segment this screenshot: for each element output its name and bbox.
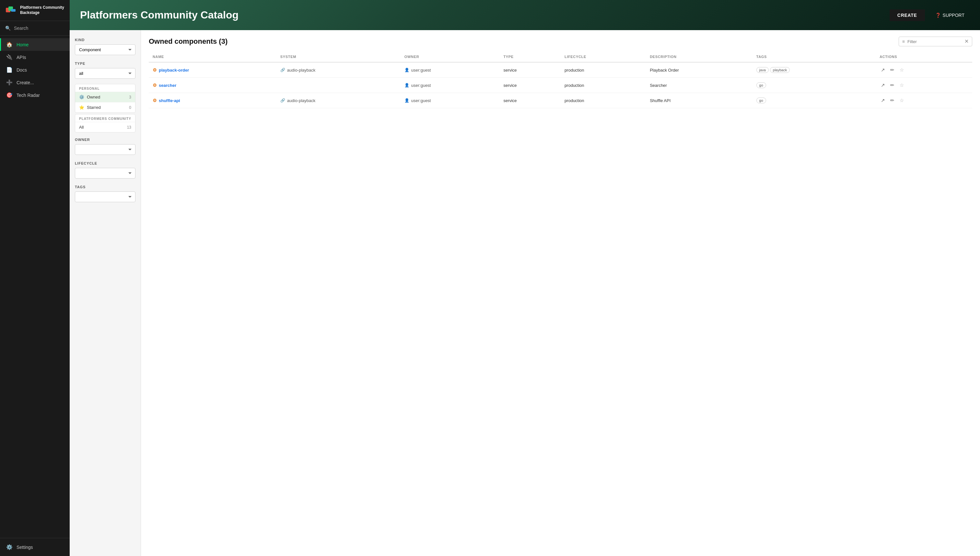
starred-label: Starred: [87, 105, 101, 110]
owner-icon: 👤: [404, 98, 409, 103]
lifecycle-select[interactable]: [75, 168, 136, 179]
tags-cell: go: [752, 93, 876, 108]
sidebar-item-home-label: Home: [16, 42, 29, 47]
sidebar-item-settings[interactable]: ⚙️ Settings: [0, 541, 70, 553]
sidebar-item-settings-label: Settings: [16, 545, 33, 550]
sidebar: Platformers Community Backstage 🔍 Search…: [0, 0, 70, 556]
owner-icon: 👤: [404, 68, 409, 72]
docs-icon: 📄: [6, 67, 13, 73]
star-button[interactable]: ☆: [898, 82, 905, 89]
open-button[interactable]: ↗: [880, 82, 886, 89]
owned-label: Owned: [87, 95, 100, 99]
sidebar-item-create-label: Create...: [16, 80, 34, 85]
owner-icon: 👤: [404, 83, 409, 87]
owner-label: OWNER: [75, 138, 136, 142]
star-button[interactable]: ☆: [898, 97, 905, 104]
filter-all[interactable]: All 13: [75, 122, 135, 132]
sidebar-item-apis-label: APIs: [16, 55, 26, 60]
create-button[interactable]: CREATE: [889, 10, 925, 21]
all-label: All: [79, 125, 84, 129]
filter-clear-button[interactable]: ✕: [964, 39, 969, 44]
kind-label: Kind: [75, 38, 136, 42]
sidebar-bottom: ⚙️ Settings: [0, 538, 70, 556]
sidebar-item-create[interactable]: ➕ Create...: [0, 76, 70, 89]
sidebar-item-apis[interactable]: 🔌 APIs: [0, 51, 70, 63]
type-label: Type: [75, 61, 136, 65]
lifecycle-cell: production: [561, 93, 646, 108]
tag-badge: go: [757, 97, 766, 103]
filter-icon: ≡: [902, 39, 905, 44]
owned-count: 3: [129, 95, 131, 99]
type-select[interactable]: all service website library: [75, 68, 136, 79]
table-row: ⚙ shuffle-api 🔗audio-playback 👤 user:gue…: [149, 93, 972, 108]
owner-name: user:guest: [411, 68, 431, 73]
type-cell: service: [500, 78, 560, 93]
tags-cell: go: [752, 78, 876, 93]
system-icon: 🔗: [280, 98, 285, 103]
edit-button[interactable]: ✏: [889, 66, 896, 74]
sidebar-item-home[interactable]: 🏠 Home: [0, 38, 70, 51]
col-type: TYPE: [500, 52, 560, 62]
system-name: audio-playback: [287, 68, 315, 73]
tag-badge: java: [757, 67, 769, 73]
tags-select[interactable]: [75, 191, 136, 202]
type-cell: service: [500, 62, 560, 78]
component-icon: ⚙: [153, 82, 157, 88]
tag-badge: playback: [770, 67, 790, 73]
description-cell: Playback Order: [646, 62, 752, 78]
tags-label: TAGS: [75, 185, 136, 189]
sidebar-logo: Platformers Community Backstage: [0, 0, 70, 21]
sidebar-item-tech-radar[interactable]: 🎯 Tech Radar: [0, 89, 70, 102]
col-name: NAME: [149, 52, 277, 62]
col-system: SYSTEM: [277, 52, 401, 62]
support-button[interactable]: ❓ SUPPORT: [930, 10, 970, 21]
filter-panel: Kind Component API System Domain Resourc…: [70, 30, 141, 556]
community-group-header: PLATFORMERS COMMUNITY: [75, 115, 135, 122]
edit-button[interactable]: ✏: [889, 97, 896, 104]
search-item[interactable]: 🔍 Search: [0, 21, 70, 36]
component-name[interactable]: searcher: [159, 83, 176, 88]
edit-button[interactable]: ✏: [889, 82, 896, 89]
all-count: 13: [127, 125, 131, 129]
create-icon: ➕: [6, 79, 13, 86]
sidebar-item-docs[interactable]: 📄 Docs: [0, 63, 70, 76]
col-actions: ACTIONS: [876, 52, 972, 62]
tags-cell: javaplayback: [752, 62, 876, 78]
col-tags: TAGS: [752, 52, 876, 62]
filter-owned[interactable]: ⚙️ Owned 3: [75, 92, 135, 102]
tech-radar-icon: 🎯: [6, 92, 13, 98]
main-area: Platformers Community Catalog CREATE ❓ S…: [70, 0, 980, 556]
open-button[interactable]: ↗: [880, 97, 886, 104]
table-row: ⚙ searcher 👤 user:guest service producti…: [149, 78, 972, 93]
home-icon: 🏠: [6, 42, 13, 48]
filter-input-wrap: ≡ ✕: [899, 37, 972, 46]
sidebar-item-docs-label: Docs: [16, 67, 27, 73]
owner-name: user:guest: [411, 98, 431, 103]
app-logo-icon: [5, 5, 17, 16]
open-button[interactable]: ↗: [880, 66, 886, 74]
sidebar-item-tech-radar-label: Tech Radar: [16, 93, 40, 98]
svg-rect-2: [11, 9, 16, 12]
settings-icon: ⚙️: [6, 544, 13, 550]
personal-group-header: PERSONAL: [75, 84, 135, 92]
kind-select[interactable]: Component API System Domain Resource: [75, 44, 136, 55]
col-owner: OWNER: [401, 52, 500, 62]
support-label: SUPPORT: [943, 13, 964, 18]
header-actions: CREATE ❓ SUPPORT: [889, 10, 970, 21]
starred-count: 0: [129, 105, 131, 110]
filter-starred[interactable]: ⭐ Starred 0: [75, 102, 135, 112]
component-name[interactable]: playback-order: [159, 68, 189, 73]
table-row: ⚙ playback-order 🔗audio-playback 👤 user:…: [149, 62, 972, 78]
owner-select[interactable]: [75, 144, 136, 155]
starred-icon: ⭐: [79, 105, 84, 110]
col-lifecycle: LIFECYCLE: [561, 52, 646, 62]
personal-group: PERSONAL ⚙️ Owned 3 ⭐ Starred 0: [75, 84, 136, 113]
table-area: Owned components (3) ≡ ✕ NAME SYSTEM OWN…: [141, 30, 980, 556]
search-label: Search: [14, 26, 28, 31]
star-button[interactable]: ☆: [898, 66, 905, 74]
component-name[interactable]: shuffle-api: [159, 98, 180, 103]
filter-input[interactable]: [907, 39, 962, 44]
component-icon: ⚙: [153, 98, 157, 103]
description-cell: Shuffle API: [646, 93, 752, 108]
col-description: DESCRIPTION: [646, 52, 752, 62]
